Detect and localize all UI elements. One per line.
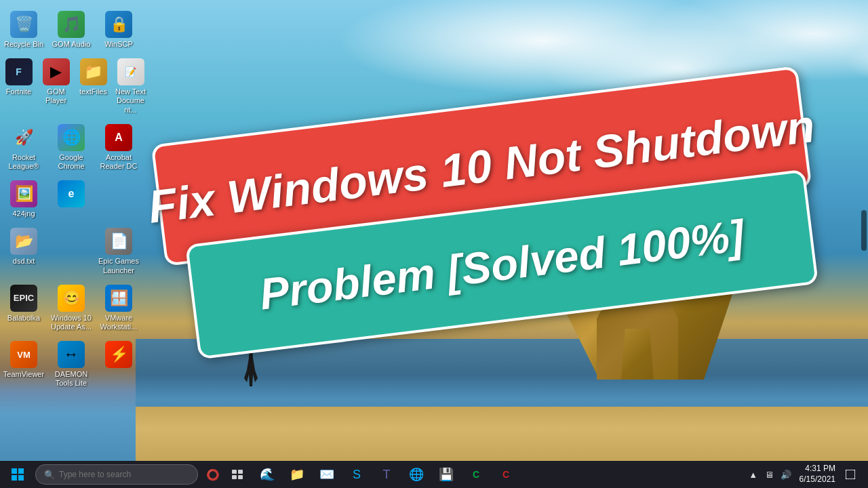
- cortana-button[interactable]: ⭕: [201, 461, 225, 488]
- icon-balabolka[interactable]: 😊 Windows 10 Update As...: [47, 281, 95, 336]
- tray-speaker[interactable]: 🔊: [778, 461, 794, 488]
- svg-rect-6: [232, 475, 237, 479]
- icon-vmware[interactable]: VM TeamViewer: [0, 337, 47, 392]
- icon-424[interactable]: 🖼️ 424jng: [0, 176, 47, 222]
- start-button[interactable]: [3, 461, 33, 488]
- icon-dsd[interactable]: 📄 Epic Games Launcher: [95, 224, 142, 279]
- icon-textfiles[interactable]: 📁 textFiles: [75, 54, 112, 119]
- taskbar-mail[interactable]: ✉️: [312, 461, 342, 488]
- taskbar-skype[interactable]: S: [342, 461, 372, 488]
- red-app-icon: C: [502, 469, 509, 480]
- taskbar-green-app[interactable]: C: [461, 461, 491, 488]
- clock-area[interactable]: 4:31 PM 6/15/2021: [794, 461, 841, 488]
- taskbar-chrome[interactable]: 🌐: [401, 461, 431, 488]
- notification-icon: [846, 470, 855, 479]
- win10-img: 🪟: [105, 285, 132, 312]
- search-input[interactable]: [59, 470, 189, 479]
- svg-rect-0: [12, 468, 17, 474]
- icon-row-2: 🚀 Rocket League® 🌐 Google Chrome A Acrob…: [0, 120, 149, 175]
- svg-rect-3: [18, 475, 24, 481]
- skype-icon: S: [353, 468, 361, 482]
- icon-rocket-league[interactable]: 🚀 Rocket League®: [0, 120, 47, 175]
- icon-epic[interactable]: EPIC Balabolka: [0, 281, 47, 336]
- taskbar: 🔍 ⭕ 🌊 📁 ✉️ S T 🌐: [0, 461, 868, 488]
- win10-label: VMware Workstati...: [98, 314, 140, 331]
- vmware-img: VM: [10, 341, 37, 368]
- balabolka-label: Windows 10 Update As...: [50, 314, 92, 331]
- clouds-bg: [136, 0, 868, 190]
- chrome-taskbar-icon: 🌐: [409, 467, 424, 482]
- icon-win10-update[interactable]: 🪟 VMware Workstati...: [95, 281, 142, 336]
- icon-row-4: 📂 dsd.txt 📄 Epic Games Launcher: [0, 224, 149, 279]
- icon-edge[interactable]: e: [47, 176, 95, 222]
- can-img: 📂: [10, 228, 37, 255]
- search-box[interactable]: 🔍: [35, 464, 198, 485]
- scroll-indicator[interactable]: [861, 210, 867, 251]
- icon-chrome[interactable]: 🌐 Google Chrome: [47, 120, 95, 175]
- teams-icon: T: [383, 468, 391, 482]
- file-explorer-icon: 📁: [290, 467, 304, 482]
- icon-recycle-bin[interactable]: 🗑️ Recycle Bin: [0, 7, 47, 53]
- storage-icon: 💾: [439, 467, 454, 482]
- dsd-label: Epic Games Launcher: [98, 257, 140, 274]
- desktop: 🗑️ Recycle Bin 🎵 GOM Audio 🔒 WinSCP F Fo…: [0, 0, 868, 461]
- daemon-img: ⚡: [105, 341, 132, 368]
- icon-row-1: F Fortnite ▶ GOM Player 📁 textFiles 📝 Ne…: [0, 54, 149, 119]
- winscp-label: WinSCP: [104, 40, 133, 49]
- task-view-icon: [232, 470, 243, 479]
- icon-row-6: VM TeamViewer ↔ DAEMON Tools Lite ⚡: [0, 337, 149, 392]
- taskbar-storage[interactable]: 💾: [431, 461, 461, 488]
- textfiles-label: textFiles: [79, 87, 107, 96]
- teamviewer-img: ↔: [58, 341, 85, 368]
- svg-rect-4: [232, 470, 237, 474]
- tray-icons: ▲ 🖥 🔊: [745, 461, 794, 488]
- gom-player-label: GOM Player: [40, 87, 72, 105]
- balabolka-img: 😊: [58, 285, 85, 312]
- icon-row-0: 🗑️ Recycle Bin 🎵 GOM Audio 🔒 WinSCP: [0, 7, 149, 53]
- mail-icon: ✉️: [319, 467, 334, 482]
- icon-new-text[interactable]: 📝 New Text Document...: [112, 54, 149, 119]
- tray-network[interactable]: 🖥: [762, 461, 778, 488]
- icon-gom-audio[interactable]: 🎵 GOM Audio: [47, 7, 95, 53]
- fortnite-img: F: [5, 58, 33, 85]
- acrobat-img: A: [105, 124, 132, 151]
- svg-rect-2: [12, 475, 17, 481]
- clock-time: 4:31 PM: [805, 464, 835, 474]
- svg-rect-1: [18, 468, 24, 474]
- recycle-bin-label: Recycle Bin: [4, 40, 43, 49]
- new-text-label: New Text Document...: [115, 87, 146, 115]
- 424-img: 🖼️: [10, 180, 37, 207]
- can-label: dsd.txt: [13, 257, 35, 266]
- icon-acrobat[interactable]: A Acrobat Reader DC: [95, 120, 142, 175]
- taskbar-red-app[interactable]: C: [491, 461, 521, 488]
- taskbar-edge[interactable]: 🌊: [252, 461, 282, 488]
- edge-img: e: [58, 180, 85, 207]
- desktop-icons-area: 🗑️ Recycle Bin 🎵 GOM Audio 🔒 WinSCP F Fo…: [0, 0, 149, 461]
- taskbar-pinned-apps: 🌊 📁 ✉️ S T 🌐 💾 C C: [252, 461, 745, 488]
- fortnite-label: Fortnite: [6, 87, 31, 96]
- icon-row-5: EPIC Balabolka 😊 Windows 10 Update As...…: [0, 281, 149, 336]
- edge-taskbar-icon: 🌊: [260, 467, 275, 482]
- icon-can[interactable]: 📂 dsd.txt: [0, 224, 47, 279]
- rocket-label: Rocket League®: [3, 153, 45, 171]
- icon-winscp[interactable]: 🔒 WinSCP: [95, 7, 142, 53]
- taskbar-teams[interactable]: T: [372, 461, 401, 488]
- acrobat-label: Acrobat Reader DC: [98, 153, 140, 171]
- gom-audio-label: GOM Audio: [52, 40, 91, 49]
- icon-daemon[interactable]: ⚡: [95, 337, 142, 392]
- chrome-img: 🌐: [58, 124, 85, 151]
- taskbar-file-explorer[interactable]: 📁: [282, 461, 312, 488]
- task-view-button[interactable]: [225, 461, 250, 488]
- icon-gom-player[interactable]: ▶ GOM Player: [37, 54, 75, 119]
- notification-button[interactable]: [841, 461, 860, 488]
- gom-audio-img: 🎵: [58, 11, 85, 38]
- icon-fortnite[interactable]: F Fortnite: [0, 54, 37, 119]
- green-app-icon: C: [473, 469, 479, 480]
- icon-teamviewer[interactable]: ↔ DAEMON Tools Lite: [47, 337, 95, 392]
- recycle-bin-img: 🗑️: [10, 11, 37, 38]
- tray-chevron[interactable]: ▲: [745, 461, 762, 488]
- search-icon: 🔍: [44, 470, 55, 480]
- rocket-img: 🚀: [10, 124, 37, 151]
- teamviewer-label: DAEMON Tools Lite: [50, 370, 92, 388]
- dsd-img: 📄: [105, 228, 132, 255]
